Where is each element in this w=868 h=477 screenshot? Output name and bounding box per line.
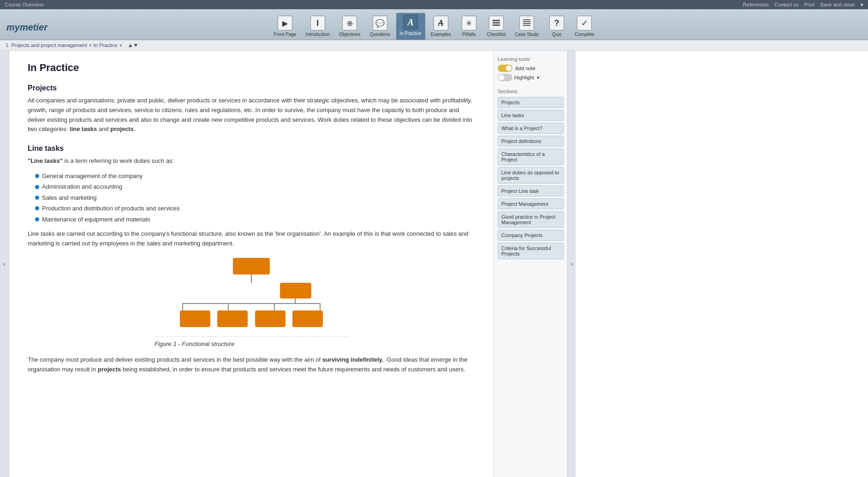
svg-rect-4 <box>523 21 530 22</box>
list-item: Production and distribution of products … <box>35 203 475 214</box>
complete-icon: ✓ <box>577 16 592 30</box>
introduction-icon: I <box>310 16 325 30</box>
figure-caption: Figure 1 - Functional structure <box>155 336 348 349</box>
main-layout: ‹ In Practice Projects All companies and… <box>0 51 868 477</box>
print-link[interactable]: Print <box>804 2 815 7</box>
svg-rect-6 <box>523 25 530 26</box>
org-chart <box>155 258 348 327</box>
org-box-bottom-4 <box>292 310 323 327</box>
section-btn-good-practice[interactable]: Good practice in Project Management <box>498 211 564 228</box>
objectives-icon: ⊕ <box>342 16 357 30</box>
svg-rect-2 <box>493 24 500 26</box>
projects-para-1: All companies and organisations, private… <box>28 96 475 134</box>
section-btn-project-management[interactable]: Project Management <box>498 198 564 209</box>
front-page-label: Front Page <box>273 32 296 37</box>
front-page-icon: ▶ <box>278 16 292 30</box>
section-btn-line-tasks[interactable]: Line tasks <box>498 110 564 121</box>
highlight-row: Highlight ▼ <box>498 74 564 81</box>
nav-checklist[interactable]: Checklist <box>483 14 510 40</box>
sections-panel: Sections: Projects Line tasks What is a … <box>498 89 564 259</box>
complete-label: Complete <box>575 32 595 37</box>
highlight-dropdown-arrow[interactable]: ▼ <box>536 75 541 80</box>
learning-tools: Learning tools: Add note Highlight ▼ <box>498 56 564 81</box>
nav-examples[interactable]: A Examples <box>427 14 455 40</box>
org-box-bottom-2 <box>217 310 248 327</box>
line-tasks-bold: line tasks <box>70 125 97 132</box>
section-projects-heading: Projects <box>28 84 475 92</box>
breadcrumb-sep2: ▾ <box>119 42 122 48</box>
content-area: In Practice Projects All companies and o… <box>9 51 493 477</box>
nav-case-study[interactable]: Case Study <box>511 14 542 40</box>
svg-rect-5 <box>523 23 530 24</box>
logo: mymetier <box>6 22 48 33</box>
examples-label: Examples <box>431 32 451 37</box>
nav-pitfalls[interactable]: ✳ Pitfalls <box>457 14 482 40</box>
svg-rect-0 <box>493 20 500 21</box>
top-bar: Course Overview References Contact us Pr… <box>0 0 868 9</box>
save-close-link[interactable]: Save and close <box>820 2 855 7</box>
list-item: Sales and marketing <box>35 192 475 203</box>
nav-bar: ▶ Front Page I Introduction ⊕ Objectives… <box>0 9 868 40</box>
nav-introduction[interactable]: I Introduction <box>302 14 333 40</box>
org-box-mid <box>280 283 311 298</box>
surviving-bold: surviving indefinitely. <box>322 356 384 363</box>
section-line-tasks-heading: Line tasks <box>28 144 475 153</box>
examples-icon: A <box>434 16 448 30</box>
projects-bold: projects. <box>110 125 135 132</box>
svg-rect-3 <box>523 19 530 20</box>
section-btn-projects[interactable]: Projects <box>498 97 564 108</box>
next-page-button[interactable]: › <box>567 51 576 477</box>
references-link[interactable]: References <box>743 2 769 7</box>
breadcrumb: 1. Projects and project management ▾ In … <box>0 40 868 51</box>
line-tasks-term: "Line tasks" <box>28 157 63 164</box>
in-practice-label: In Practice <box>400 31 422 36</box>
checklist-icon <box>489 16 504 30</box>
nav-complete[interactable]: ✓ Complete <box>571 14 598 40</box>
section-btn-what-is-project[interactable]: What is a Project? <box>498 123 564 134</box>
body-text: The company must produce and deliver exi… <box>28 355 475 375</box>
breadcrumb-expand[interactable]: ▲▼ <box>128 42 139 48</box>
case-study-icon <box>519 16 534 30</box>
list-item: Maintenance of equipment and materials <box>35 214 475 225</box>
breadcrumb-item-1[interactable]: 1. Projects and project management <box>6 42 87 48</box>
section-btn-characteristics[interactable]: Characteristics of a Project <box>498 149 564 165</box>
pitfalls-label: Pitfalls <box>462 32 476 37</box>
nav-front-page[interactable]: ▶ Front Page <box>270 14 300 40</box>
nav-quiz[interactable]: ? Quiz <box>544 14 569 40</box>
org-row-top <box>233 258 270 274</box>
highlight-toggle[interactable] <box>498 74 512 81</box>
checklist-label: Checklist <box>487 32 506 37</box>
case-study-label: Case Study <box>515 32 539 37</box>
org-box-top <box>233 258 270 274</box>
questions-label: Questions <box>370 32 391 37</box>
prev-page-button[interactable]: ‹ <box>0 51 9 477</box>
line-tasks-followup: Line tasks are carried out according to … <box>28 229 475 249</box>
section-btn-criteria[interactable]: Criteria for Successful Projects <box>498 243 564 259</box>
pitfalls-icon: ✳ <box>462 16 476 30</box>
line-tasks-intro: "Line tasks" is a term referring to work… <box>28 156 475 166</box>
nav-in-practice[interactable]: A In Practice <box>396 13 425 40</box>
section-btn-company-projects[interactable]: Company Projects <box>498 230 564 241</box>
nav-objectives[interactable]: ⊕ Objectives <box>335 14 364 40</box>
org-box-bottom-3 <box>255 310 285 327</box>
breadcrumb-sep: ▾ <box>89 42 92 48</box>
projects-bold-2: projects <box>98 366 121 373</box>
quiz-icon: ? <box>549 16 564 30</box>
sections-label: Sections: <box>498 89 564 94</box>
list-item: Administration and accounting <box>35 181 475 192</box>
top-bar-actions: References Contact us Print Save and clo… <box>743 2 863 7</box>
learning-tools-label: Learning tools: <box>498 56 564 62</box>
add-note-toggle[interactable] <box>498 65 512 72</box>
contact-us-link[interactable]: Contact us <box>774 2 799 7</box>
objectives-label: Objectives <box>339 32 361 37</box>
quiz-label: Quiz <box>552 32 562 37</box>
page-title: In Practice <box>28 62 475 74</box>
close-icon[interactable]: × <box>861 2 863 7</box>
section-btn-line-duties[interactable]: Line duties as opposed to projects <box>498 167 564 184</box>
section-btn-project-definitions[interactable]: Project definitions <box>498 136 564 147</box>
line-tasks-list: General management of the company Admini… <box>35 171 475 225</box>
section-btn-project-line-task[interactable]: Project Line task <box>498 185 564 197</box>
introduction-label: Introduction <box>306 32 330 37</box>
nav-questions[interactable]: 💬 Questions <box>366 14 394 40</box>
breadcrumb-item-2[interactable]: In Practice <box>94 42 118 48</box>
